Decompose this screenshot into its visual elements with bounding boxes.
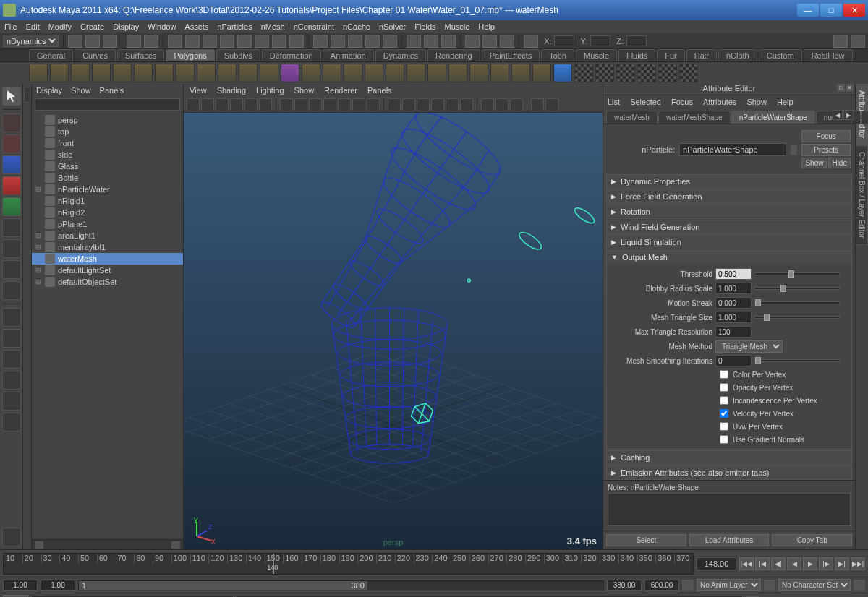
key-options-icon[interactable] [764, 580, 775, 591]
menu-fields[interactable]: Fields [414, 22, 435, 31]
vp-snapshot-icon[interactable] [545, 98, 558, 111]
menu-window[interactable]: Window [148, 22, 176, 31]
redo-icon[interactable] [144, 35, 158, 48]
section-emission[interactable]: ▶Emission Attributes (see also emitter t… [606, 465, 852, 480]
collapse-icon[interactable] [532, 64, 551, 82]
vp-menu-renderer[interactable]: Renderer [324, 86, 357, 95]
graph-pane-icon[interactable] [2, 392, 21, 411]
play-start-input[interactable] [41, 580, 75, 591]
vp-menu-shading[interactable]: Shading [217, 86, 246, 95]
autokey-icon[interactable] [854, 580, 865, 591]
poly-pyramid-icon[interactable] [176, 64, 195, 82]
threshold-slider[interactable] [754, 272, 840, 275]
vp-menu-show[interactable]: Show [294, 86, 315, 95]
uvw-per-vertex-check[interactable] [720, 422, 728, 431]
opacity-per-vertex-check[interactable] [720, 383, 728, 392]
lasso-tool-icon[interactable] [2, 113, 21, 132]
blobby-slider[interactable] [754, 287, 840, 290]
poly-torus-icon[interactable] [134, 64, 153, 82]
poly-type-icon[interactable] [281, 64, 299, 82]
poly-pipe-icon[interactable] [197, 64, 216, 82]
select-mode-icon[interactable] [185, 35, 200, 48]
timeline-track[interactable]: 1020304050607080901001101201301401501601… [3, 553, 694, 575]
menu-ncache[interactable]: nCache [343, 22, 370, 31]
gradient-normals-check[interactable] [720, 435, 728, 444]
copy-tab-button[interactable]: Copy Tab [772, 534, 852, 546]
vp-grid-icon[interactable] [280, 98, 293, 111]
node-name-input[interactable] [679, 143, 786, 156]
snap-grid-icon[interactable] [313, 35, 328, 48]
ae-menu-focus[interactable]: Focus [671, 98, 693, 106]
snap-plane-icon[interactable] [365, 35, 380, 48]
section-liquid-sim[interactable]: ▶Liquid Simulation [606, 235, 852, 249]
single-pane-icon[interactable] [2, 308, 21, 327]
tab-next-icon[interactable]: ▶ [843, 110, 854, 120]
menu-nsolver[interactable]: nSolver [379, 22, 406, 31]
select-mask2-icon[interactable] [220, 35, 234, 48]
vp-menu-panels[interactable]: Panels [367, 86, 392, 95]
poly-plane-icon[interactable] [113, 64, 132, 82]
history-icon[interactable] [407, 35, 421, 48]
step-forward-key-icon[interactable]: ▶| [835, 557, 849, 570]
history2-icon[interactable] [424, 35, 438, 48]
ae-undock-icon[interactable]: □ [837, 84, 845, 92]
shelf-tab-dynamics[interactable]: Dynamics [375, 49, 426, 61]
play-end-input[interactable] [607, 580, 642, 591]
vp-shadows-icon[interactable] [446, 98, 459, 111]
dope-pane-icon[interactable] [2, 413, 21, 431]
close-button[interactable]: ✕ [843, 4, 865, 17]
step-back-icon[interactable]: ◀| [771, 557, 786, 570]
side-tab-channel-box[interactable]: Channel Box / Layer Editor [856, 145, 868, 245]
vp-menu-lighting[interactable]: Lighting [256, 86, 284, 95]
uv-checker4-icon[interactable] [637, 64, 656, 82]
multicut-icon[interactable] [407, 64, 425, 82]
select-mask-icon[interactable] [203, 35, 217, 48]
ae-menu-selected[interactable]: Selected [630, 98, 661, 106]
snap-point-icon[interactable] [348, 35, 362, 48]
vp-grease-icon[interactable] [259, 98, 272, 111]
range-start-input[interactable] [3, 580, 38, 591]
vp-xray-icon[interactable] [495, 98, 509, 111]
menu-nparticles[interactable]: nParticles [217, 22, 252, 31]
shelf-tab-general[interactable]: General [29, 49, 73, 61]
ipr-icon[interactable] [482, 35, 497, 48]
presets-button[interactable]: Presets [801, 144, 851, 156]
range-track[interactable]: 1 380 [78, 580, 604, 590]
booleans-icon[interactable] [365, 64, 383, 82]
vp-res-gate-icon[interactable] [309, 98, 322, 111]
tri-slider[interactable] [754, 316, 840, 319]
show-manip-icon[interactable] [2, 260, 21, 279]
move-tool-icon[interactable] [2, 155, 21, 174]
layout-quick2-icon[interactable] [851, 35, 865, 48]
vp-gate-mask-icon[interactable] [323, 98, 336, 111]
uv-checker5-icon[interactable] [658, 64, 677, 82]
ae-tab-more[interactable]: nPa [861, 111, 868, 124]
snap-live-icon[interactable] [383, 35, 397, 48]
motion-streak-input[interactable] [715, 297, 752, 309]
uv-checker6-icon[interactable] [679, 64, 698, 82]
ae-menu-attributes[interactable]: Attributes [703, 98, 736, 106]
range-options-icon[interactable] [682, 580, 694, 591]
select-by-type-icon[interactable] [168, 35, 182, 48]
outliner-menu-display[interactable]: Display [36, 86, 62, 95]
shelf-tab-deformation[interactable]: Deformation [262, 49, 321, 61]
poly-helix-icon[interactable] [218, 64, 237, 82]
extract-icon[interactable] [344, 64, 362, 82]
poly-prism-icon[interactable] [155, 64, 174, 82]
minimize-button[interactable]: — [797, 4, 819, 17]
current-frame-input[interactable] [697, 557, 736, 570]
max-tri-input[interactable] [715, 326, 752, 338]
soft-mod-icon[interactable] [2, 239, 21, 258]
select-button[interactable]: Select [606, 534, 686, 546]
color-per-vertex-check[interactable] [720, 370, 728, 379]
shelf-tab-ncloth[interactable]: nCloth [718, 49, 757, 61]
open-scene-icon[interactable] [85, 35, 100, 48]
outliner-list[interactable]: persp top front side Glass Bottle ⊞nPart… [32, 113, 183, 539]
vp-menu-view[interactable]: View [190, 86, 207, 95]
velocity-per-vertex-check[interactable] [720, 409, 728, 418]
append-icon[interactable] [490, 64, 509, 82]
step-back-key-icon[interactable]: |◀ [755, 557, 770, 570]
bevel-icon[interactable] [448, 64, 467, 82]
outliner-scroll[interactable] [32, 539, 183, 549]
ae-menu-list[interactable]: List [608, 98, 620, 106]
